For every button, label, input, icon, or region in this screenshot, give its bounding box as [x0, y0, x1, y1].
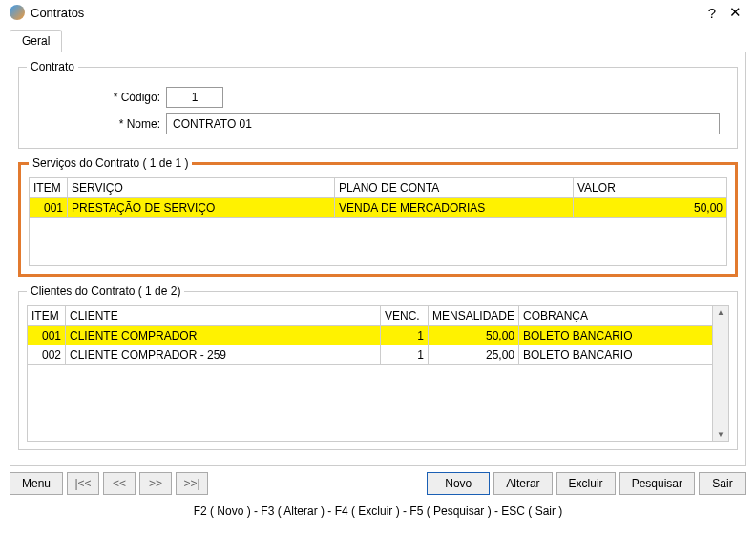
footer-hints: F2 ( Novo ) - F3 ( Alterar ) - F4 ( Excl…	[0, 501, 756, 522]
clientes-header-row: ITEM CLIENTE VENC. MENSALIDADE COBRANÇA	[28, 306, 713, 326]
servicos-fieldset: Serviços do Contrato ( 1 de 1 ) ITEM SER…	[18, 156, 738, 277]
cell-venc: 1	[381, 326, 429, 346]
clientes-table[interactable]: ITEM CLIENTE VENC. MENSALIDADE COBRANÇA …	[27, 305, 713, 365]
button-bar: Menu |<< << >> >>| Novo Alterar Excluir …	[0, 466, 756, 501]
table-row[interactable]: 002CLIENTE COMPRADOR - 259125,00BOLETO B…	[28, 345, 713, 365]
close-button[interactable]: ✕	[724, 4, 746, 21]
clientes-fieldset: Clientes do Contrato ( 1 de 2) ITEM CLIE…	[18, 284, 738, 450]
pesquisar-button[interactable]: Pesquisar	[620, 472, 695, 495]
cell-valor: 50,00	[574, 198, 727, 218]
table-row[interactable]: 001CLIENTE COMPRADOR150,00BOLETO BANCARI…	[28, 326, 713, 346]
title-bar: Contratos ? ✕	[0, 0, 756, 25]
sair-button[interactable]: Sair	[699, 472, 746, 495]
tab-strip: Geral	[0, 25, 756, 52]
nav-prev-button[interactable]: <<	[103, 472, 136, 495]
app-icon	[10, 5, 25, 20]
cell-plano: VENDA DE MERCADORIAS	[335, 198, 574, 218]
alterar-button[interactable]: Alterar	[494, 472, 552, 495]
nome-label: * Nome:	[27, 117, 160, 131]
cell-mensalidade: 25,00	[429, 345, 519, 365]
cell-cliente: CLIENTE COMPRADOR - 259	[66, 345, 381, 365]
scroll-up-icon[interactable]: ▲	[715, 306, 726, 319]
novo-button[interactable]: Novo	[427, 472, 490, 495]
col-servico: SERVIÇO	[68, 178, 335, 198]
codigo-label: * Código:	[27, 91, 160, 104]
cell-venc: 1	[381, 345, 429, 365]
nav-next-button[interactable]: >>	[139, 472, 172, 495]
col-cliente: CLIENTE	[66, 306, 381, 326]
table-row[interactable]: 001PRESTAÇÃO DE SERVIÇOVENDA DE MERCADOR…	[30, 198, 727, 218]
nav-last-button[interactable]: >>|	[176, 472, 208, 495]
col-venc: VENC.	[381, 306, 429, 326]
cell-item: 002	[28, 345, 66, 365]
servicos-table[interactable]: ITEM SERVIÇO PLANO DE CONTA VALOR 001PRE…	[29, 177, 727, 218]
col-valor: VALOR	[574, 178, 727, 198]
nav-first-button[interactable]: |<<	[67, 472, 99, 495]
menu-button[interactable]: Menu	[10, 472, 63, 495]
cell-cliente: CLIENTE COMPRADOR	[66, 326, 381, 346]
clientes-legend: Clientes do Contrato ( 1 de 2)	[27, 284, 184, 298]
clientes-scrollbar[interactable]: ▲ ▼	[713, 305, 729, 442]
col-item: ITEM	[28, 306, 66, 326]
cell-cobranca: BOLETO BANCARIO	[519, 345, 713, 365]
codigo-input[interactable]	[166, 87, 223, 108]
servicos-header-row: ITEM SERVIÇO PLANO DE CONTA VALOR	[30, 178, 727, 198]
contrato-fieldset: Contrato * Código: * Nome:	[18, 60, 738, 149]
col-cobranca: COBRANÇA	[519, 306, 713, 326]
excluir-button[interactable]: Excluir	[556, 472, 616, 495]
tab-geral[interactable]: Geral	[10, 30, 62, 52]
col-item: ITEM	[30, 178, 68, 198]
contrato-legend: Contrato	[27, 60, 78, 73]
cell-item: 001	[28, 326, 66, 346]
col-mensalidade: MENSALIDADE	[429, 306, 519, 326]
cell-item: 001	[30, 198, 68, 218]
content-panel: Contrato * Código: * Nome: Serviços do C…	[10, 52, 746, 466]
nome-input[interactable]	[166, 113, 720, 134]
cell-mensalidade: 50,00	[429, 326, 519, 346]
scroll-down-icon[interactable]: ▼	[715, 428, 726, 441]
cell-cobranca: BOLETO BANCARIO	[519, 326, 713, 346]
help-button[interactable]: ?	[701, 5, 724, 21]
cell-servico: PRESTAÇÃO DE SERVIÇO	[68, 198, 335, 218]
col-plano: PLANO DE CONTA	[335, 178, 574, 198]
window-title: Contratos	[31, 6, 701, 20]
servicos-legend: Serviços do Contrato ( 1 de 1 )	[29, 156, 192, 170]
